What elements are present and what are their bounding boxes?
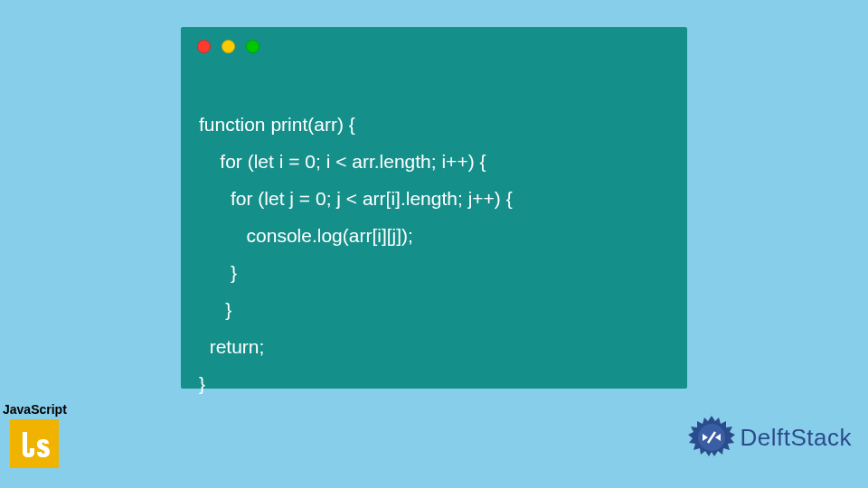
code-line: }	[199, 299, 231, 320]
code-line: return;	[199, 336, 264, 357]
code-line: }	[199, 373, 205, 394]
minimize-icon	[222, 40, 235, 53]
code-line: }	[199, 262, 237, 283]
code-line: for (let j = 0; j < arr[i].length; j++) …	[199, 188, 513, 209]
code-content: function print(arr) { for (let i = 0; i …	[181, 62, 687, 402]
javascript-shield-icon	[10, 419, 59, 468]
delftstack-logo-icon	[686, 412, 737, 463]
delftstack-brand: DelftStack	[686, 412, 853, 463]
close-icon	[197, 40, 211, 53]
maximize-icon	[246, 40, 259, 53]
code-line: console.log(arr[i][j]);	[199, 225, 413, 246]
delftstack-name: DelftStack	[741, 424, 853, 452]
code-line: for (let i = 0; i < arr.length; i++) {	[199, 151, 486, 172]
code-window: function print(arr) { for (let i = 0; i …	[181, 27, 687, 389]
code-line: function print(arr) {	[199, 114, 355, 135]
javascript-badge: JavaScript	[3, 402, 67, 468]
javascript-label: JavaScript	[3, 402, 67, 417]
window-controls	[181, 27, 687, 62]
